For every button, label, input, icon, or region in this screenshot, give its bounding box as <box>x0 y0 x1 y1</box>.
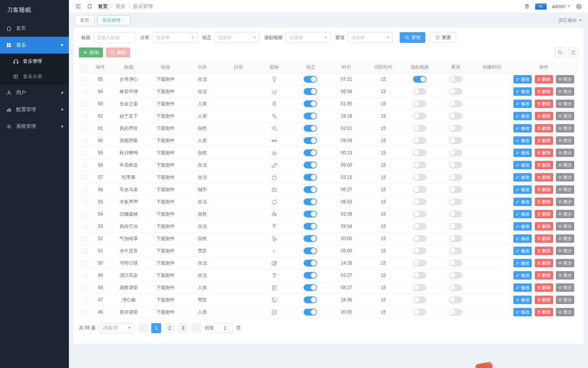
status-toggle[interactable] <box>304 125 317 132</box>
reward-video-toggle[interactable] <box>413 100 426 107</box>
intro-button[interactable]: 简介 <box>556 124 574 132</box>
breadcrumb-item[interactable]: 音乐管理 <box>133 3 153 10</box>
sidebar-item-home[interactable]: 首页 <box>0 20 69 37</box>
intro-button[interactable]: 简介 <box>556 198 574 206</box>
cell-link[interactable]: 下载附件 <box>147 245 184 257</box>
cell-link[interactable]: 下载附件 <box>147 306 184 318</box>
reward-video-toggle[interactable] <box>413 198 426 205</box>
reward-video-toggle[interactable] <box>413 125 426 132</box>
intro-button[interactable]: 简介 <box>556 259 574 267</box>
intro-button[interactable]: 简介 <box>556 308 574 316</box>
row-checkbox[interactable] <box>82 114 87 119</box>
top-toggle[interactable] <box>449 88 462 95</box>
cell-link[interactable]: 下载附件 <box>147 85 184 98</box>
cell-link[interactable]: 下载附件 <box>147 98 184 110</box>
cell-link[interactable]: 下载附件 <box>147 122 184 134</box>
top-toggle[interactable] <box>449 211 462 218</box>
cell-link[interactable]: 下载附件 <box>147 232 184 245</box>
reward-video-toggle[interactable] <box>413 162 426 168</box>
top-toggle[interactable] <box>449 284 462 291</box>
row-checkbox[interactable] <box>82 298 87 303</box>
page-button-1[interactable]: 1 <box>151 323 161 333</box>
row-checkbox[interactable] <box>82 261 87 266</box>
row-checkbox[interactable] <box>82 163 87 168</box>
delete-button[interactable]: 删除 <box>535 87 553 96</box>
tab-music-manage[interactable]: 音乐管理 × <box>97 15 130 25</box>
delete-button[interactable]: 删除 <box>535 149 553 157</box>
reward-video-toggle[interactable] <box>413 309 426 316</box>
cell-link[interactable]: 下载附件 <box>147 171 184 183</box>
intro-button[interactable]: 简介 <box>556 283 574 292</box>
status-filter-select[interactable]: 请选择 <box>214 32 260 43</box>
status-toggle[interactable] <box>304 174 317 181</box>
top-filter-select[interactable]: 请选择 <box>348 32 393 43</box>
edit-button[interactable]: 修改 <box>513 296 532 304</box>
breadcrumb-item[interactable]: 首页 <box>98 3 108 10</box>
status-toggle[interactable] <box>304 296 317 303</box>
row-checkbox[interactable] <box>82 101 87 106</box>
reward-video-toggle[interactable] <box>413 137 426 144</box>
search-button[interactable]: 查询 <box>400 32 425 43</box>
top-toggle[interactable] <box>449 272 462 279</box>
reward-video-toggle[interactable] <box>413 247 426 254</box>
edit-button[interactable]: 修改 <box>513 308 532 316</box>
row-checkbox[interactable] <box>82 200 87 204</box>
top-toggle[interactable] <box>449 309 462 316</box>
edit-button[interactable]: 修改 <box>513 100 532 108</box>
breadcrumb-item[interactable]: 音乐 <box>116 3 126 10</box>
row-checkbox[interactable] <box>82 126 87 131</box>
edit-button[interactable]: 修改 <box>513 124 532 132</box>
cell-link[interactable]: 下载附件 <box>147 110 184 122</box>
top-toggle[interactable] <box>449 174 462 181</box>
edit-button[interactable]: 修改 <box>513 259 532 267</box>
row-checkbox[interactable] <box>82 77 87 82</box>
top-toggle[interactable] <box>449 186 462 193</box>
intro-button[interactable]: 简介 <box>556 100 574 108</box>
status-toggle[interactable] <box>304 211 317 218</box>
reward-video-toggle[interactable] <box>413 284 426 291</box>
delete-button[interactable]: 删除 <box>535 247 553 255</box>
cell-link[interactable]: 下载附件 <box>147 159 184 171</box>
top-toggle[interactable] <box>449 162 462 168</box>
delete-button[interactable]: 删除 <box>535 271 553 280</box>
status-toggle[interactable] <box>304 76 317 83</box>
sidebar-item-user[interactable]: 用户 <box>0 84 69 101</box>
cell-link[interactable]: 下载附件 <box>147 281 184 294</box>
delete-button[interactable]: 删除 <box>535 259 553 267</box>
other-operations-dropdown[interactable]: 其它操作 <box>559 17 582 24</box>
delete-button[interactable]: 删除 <box>535 100 553 108</box>
row-checkbox[interactable] <box>82 224 87 229</box>
edit-button[interactable]: 修改 <box>513 247 532 255</box>
status-toggle[interactable] <box>304 198 317 205</box>
delete-button[interactable]: 删除 <box>535 222 553 231</box>
status-toggle[interactable] <box>304 235 317 242</box>
status-toggle[interactable] <box>304 186 317 193</box>
delete-button[interactable]: 删除 <box>535 210 553 218</box>
sidebar-item-music-manage[interactable]: 音乐管理 <box>0 54 69 69</box>
reward-video-toggle[interactable] <box>413 186 426 193</box>
status-toggle[interactable] <box>304 137 317 144</box>
status-toggle[interactable] <box>304 223 317 230</box>
status-toggle[interactable] <box>304 260 317 267</box>
intro-button[interactable]: 简介 <box>556 75 574 83</box>
status-toggle[interactable] <box>304 88 317 95</box>
add-button[interactable]: 添加 <box>79 47 103 57</box>
top-toggle[interactable] <box>449 100 462 107</box>
reward-video-toggle[interactable] <box>413 149 426 156</box>
row-checkbox[interactable] <box>82 175 87 180</box>
row-checkbox[interactable] <box>82 273 87 278</box>
cell-link[interactable]: 下载附件 <box>147 257 184 269</box>
select-all-checkbox[interactable] <box>82 65 87 70</box>
intro-button[interactable]: 简介 <box>556 112 574 120</box>
intro-button[interactable]: 简介 <box>556 87 574 96</box>
page-size-select[interactable]: 20条/页 <box>99 323 134 333</box>
edit-button[interactable]: 修改 <box>513 161 532 169</box>
top-toggle[interactable] <box>449 198 462 205</box>
edit-button[interactable]: 修改 <box>513 87 532 96</box>
jump-page-input[interactable] <box>217 323 233 333</box>
table-refresh-button[interactable] <box>568 47 578 57</box>
row-checkbox[interactable] <box>82 285 87 290</box>
row-checkbox[interactable] <box>82 212 87 217</box>
row-checkbox[interactable] <box>82 310 87 315</box>
row-checkbox[interactable] <box>82 89 87 94</box>
